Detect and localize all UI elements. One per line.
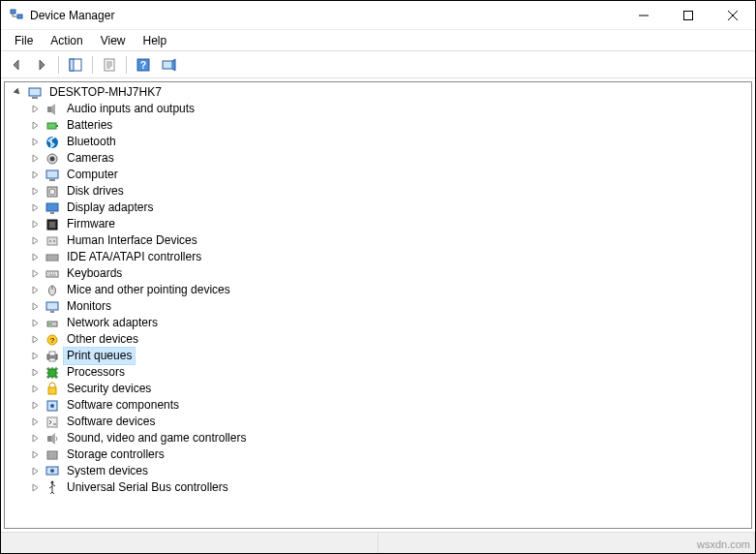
expand-icon[interactable] xyxy=(28,448,42,462)
firmware-icon xyxy=(45,217,60,232)
category-node[interactable]: IDE ATA/ATAPI controllers xyxy=(28,249,751,265)
expand-icon[interactable] xyxy=(28,366,42,380)
category-node[interactable]: Audio inputs and outputs xyxy=(28,101,751,117)
expand-icon[interactable] xyxy=(28,119,42,133)
svg-point-35 xyxy=(50,323,52,324)
svg-rect-1 xyxy=(17,15,22,18)
category-node[interactable]: Processors xyxy=(28,364,751,381)
ide-icon xyxy=(45,250,60,265)
svg-rect-25 xyxy=(47,237,57,245)
expand-icon[interactable] xyxy=(28,251,42,264)
expand-icon[interactable] xyxy=(28,383,42,396)
device-tree[interactable]: DESKTOP-MHJ7HK7 Audio inputs and outputs… xyxy=(4,81,752,529)
expand-icon[interactable] xyxy=(28,185,42,199)
computer-icon xyxy=(45,168,60,183)
svg-rect-17 xyxy=(46,170,58,178)
expand-icon[interactable] xyxy=(28,300,42,314)
minimize-button[interactable] xyxy=(621,1,666,30)
menu-help[interactable]: Help xyxy=(136,32,175,49)
svg-point-16 xyxy=(50,156,55,161)
back-button[interactable] xyxy=(5,54,28,76)
category-node[interactable]: Software devices xyxy=(28,414,751,430)
collapse-icon[interactable] xyxy=(11,86,24,100)
svg-rect-24 xyxy=(49,222,55,228)
category-node[interactable]: Batteries xyxy=(28,117,751,134)
sound-icon xyxy=(45,431,60,446)
expand-icon[interactable] xyxy=(28,432,42,446)
svg-point-27 xyxy=(53,240,55,242)
svg-rect-5 xyxy=(105,59,114,71)
forward-button[interactable] xyxy=(30,54,53,76)
storage-icon xyxy=(45,447,60,463)
svg-rect-2 xyxy=(684,11,693,19)
expand-icon[interactable] xyxy=(28,152,42,166)
category-node[interactable]: Network adapters xyxy=(28,315,751,331)
category-node[interactable]: Sound, video and game controllers xyxy=(28,430,751,446)
category-node[interactable]: Firmware xyxy=(28,216,751,232)
expand-icon[interactable] xyxy=(28,465,42,478)
svg-point-20 xyxy=(49,189,55,195)
svg-rect-13 xyxy=(56,125,58,127)
category-node[interactable]: Software components xyxy=(28,397,751,414)
expand-icon[interactable] xyxy=(28,234,42,248)
svg-rect-28 xyxy=(46,255,58,261)
svg-rect-39 xyxy=(49,352,55,355)
disk-icon xyxy=(45,184,60,200)
window-title: Device Manager xyxy=(30,9,114,22)
expand-icon[interactable] xyxy=(28,136,42,149)
category-node[interactable]: Bluetooth xyxy=(28,134,751,150)
category-node[interactable]: Display adapters xyxy=(28,200,751,216)
keyboard-icon xyxy=(45,266,60,282)
svg-rect-12 xyxy=(47,123,56,129)
category-node[interactable]: ?Other devices xyxy=(28,331,751,348)
expand-icon[interactable] xyxy=(28,267,42,281)
expand-icon[interactable] xyxy=(28,399,42,413)
category-node[interactable]: Disk drives xyxy=(28,183,751,200)
category-node[interactable]: Storage controllers xyxy=(28,446,751,463)
monitor-icon xyxy=(45,299,60,315)
expand-icon[interactable] xyxy=(28,201,42,215)
category-node[interactable]: Print queues xyxy=(28,348,751,364)
category-node[interactable]: Universal Serial Bus controllers xyxy=(28,479,751,496)
expand-icon[interactable] xyxy=(28,103,42,116)
expand-icon[interactable] xyxy=(28,317,42,330)
category-node[interactable]: Keyboards xyxy=(28,265,751,282)
category-node[interactable]: Monitors xyxy=(28,298,751,315)
show-hide-console-button[interactable] xyxy=(64,54,87,76)
svg-rect-45 xyxy=(47,417,57,427)
maximize-button[interactable] xyxy=(666,1,711,30)
close-button[interactable] xyxy=(711,1,755,30)
properties-button[interactable] xyxy=(98,54,121,76)
category-label[interactable]: Universal Serial Bus controllers xyxy=(63,478,232,497)
expand-icon[interactable] xyxy=(28,333,42,347)
svg-point-49 xyxy=(50,469,54,473)
svg-rect-11 xyxy=(47,107,51,112)
menu-file[interactable]: File xyxy=(7,32,41,49)
category-node[interactable]: Human Interface Devices xyxy=(28,232,751,249)
expand-icon[interactable] xyxy=(28,218,42,231)
camera-icon xyxy=(45,151,60,167)
category-node[interactable]: Security devices xyxy=(28,381,751,397)
root-node[interactable]: DESKTOP-MHJ7HK7 xyxy=(11,84,751,101)
category-node[interactable]: Cameras xyxy=(28,150,751,167)
menu-action[interactable]: Action xyxy=(43,32,90,49)
expand-icon[interactable] xyxy=(28,169,42,182)
printer-icon xyxy=(45,349,60,364)
expand-icon[interactable] xyxy=(28,350,42,363)
help-button[interactable]: ? xyxy=(132,54,155,76)
scan-hardware-button[interactable] xyxy=(157,54,180,76)
category-node[interactable]: Mice and other pointing devices xyxy=(28,282,751,298)
expand-icon[interactable] xyxy=(28,416,42,429)
statusbar xyxy=(1,532,755,553)
svg-rect-18 xyxy=(49,179,55,181)
svg-rect-40 xyxy=(49,358,55,361)
category-node[interactable]: Computer xyxy=(28,167,751,183)
menu-view[interactable]: View xyxy=(93,32,134,49)
expand-icon[interactable] xyxy=(28,284,42,297)
toolbar: ? xyxy=(1,51,755,78)
expand-icon[interactable] xyxy=(28,481,42,495)
svg-rect-21 xyxy=(46,203,58,211)
system-icon xyxy=(45,464,60,479)
toolbar-separator xyxy=(58,56,59,74)
category-node[interactable]: System devices xyxy=(28,463,751,479)
